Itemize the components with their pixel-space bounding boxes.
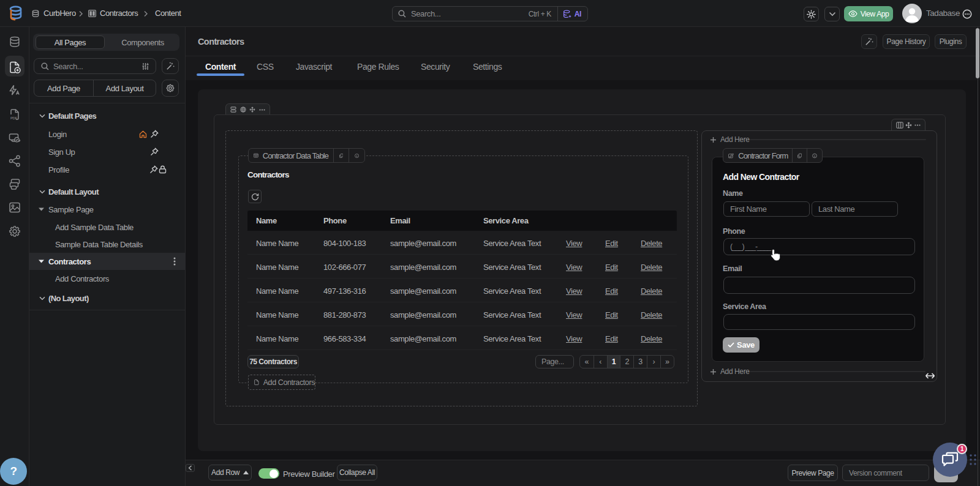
svg-text:PDF: PDF (10, 116, 18, 120)
